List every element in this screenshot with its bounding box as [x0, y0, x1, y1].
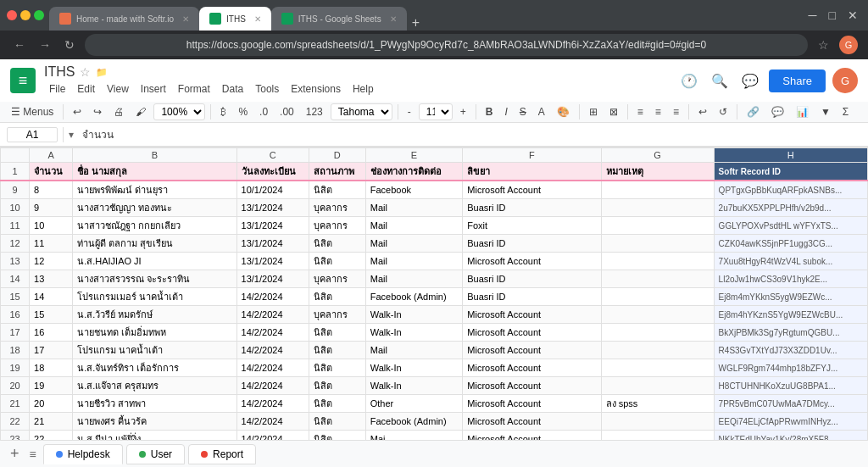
cell-H-14[interactable]: Ll2oJw1hwCS3o9V1hyk2E...	[714, 270, 867, 288]
cell-H-17[interactable]: BkXjPBMk3Sg7yRgtumQGBU...	[714, 324, 867, 342]
cell-E-17[interactable]: Walk-In	[365, 324, 463, 342]
cell-F-10[interactable]: Buasri ID	[463, 199, 601, 217]
bold-btn[interactable]: B	[481, 103, 498, 120]
toolbar-menus[interactable]: ☰ Menus	[7, 103, 58, 120]
menu-insert[interactable]: Insert	[136, 81, 171, 97]
cell-F-19[interactable]: Microsoft Account	[463, 359, 601, 377]
cell-C-23[interactable]: 14/2/2024	[236, 431, 309, 441]
browser-restore[interactable]: □	[826, 7, 839, 24]
share-btn[interactable]: Share	[769, 69, 826, 92]
cell-A-14[interactable]: 13	[30, 270, 73, 288]
refresh-btn[interactable]: ↻	[61, 36, 78, 53]
cell-C-12[interactable]: 13/1/2024	[236, 235, 309, 253]
col-header-F[interactable]: F	[463, 148, 601, 163]
cell-C-21[interactable]: 14/2/2024	[236, 395, 309, 413]
cell-F-22[interactable]: Microsoft Account	[463, 413, 601, 431]
menu-data[interactable]: Data	[217, 81, 248, 97]
cell-H-11[interactable]: GGLYPOXvPsdtHL wYFYxTS...	[714, 217, 867, 235]
cell-C-11[interactable]: 13/1/2024	[236, 217, 309, 235]
cell-H-18[interactable]: R4S3GvTXtYdJ73X3ZDD1Uv...	[714, 342, 867, 359]
cell-F-21[interactable]: Microsoft Account	[463, 395, 601, 413]
font-size-plus[interactable]: +	[456, 103, 470, 120]
browser-tab-iths[interactable]: ITHS ✕	[199, 7, 271, 31]
header-col-E[interactable]: ช่องทางการติดต่อ	[365, 163, 463, 181]
cell-G-14[interactable]	[601, 270, 714, 288]
cell-D-9[interactable]: นิสิต	[309, 181, 365, 199]
profile-avatar[interactable]: G	[839, 36, 858, 54]
cell-B-15[interactable]: โปรแกรมเมอร์ นาคน้ำเต้า	[73, 288, 236, 306]
menu-tools[interactable]: Tools	[250, 81, 284, 97]
cell-A-19[interactable]: 18	[30, 359, 73, 377]
font-family-select[interactable]: Tahoma	[331, 103, 392, 120]
col-header-B[interactable]: B	[73, 148, 236, 163]
cell-F-9[interactable]: Microsoft Account	[463, 181, 601, 199]
cell-B-23[interactable]: น.ส.มีน่า แพ้ยิ่งิ่ง	[73, 431, 236, 441]
text-wrap-btn[interactable]: ↩	[694, 103, 711, 120]
borders-btn[interactable]: ⊞	[585, 103, 602, 120]
cell-B-19[interactable]: น.ส.จันทร์ทิรา เต็อรักการ	[73, 359, 236, 377]
history-btn[interactable]: 🕐	[677, 69, 701, 92]
menu-file[interactable]: File	[44, 81, 70, 97]
menu-edit[interactable]: Edit	[72, 81, 100, 97]
sheet-tab-helpdesk[interactable]: Helpdesk	[43, 444, 123, 464]
cell-G-19[interactable]	[601, 359, 714, 377]
cell-A-9[interactable]: 8	[30, 181, 73, 199]
col-header-C[interactable]: C	[236, 148, 309, 163]
cell-E-14[interactable]: Mail	[365, 270, 463, 288]
user-avatar[interactable]: G	[832, 68, 858, 93]
cell-B-21[interactable]: นายชีรวิว สาทพา	[73, 395, 236, 413]
cell-H-12[interactable]: CZK04awKS5jnPF1ugg3CG...	[714, 235, 867, 253]
cell-G-23[interactable]	[601, 431, 714, 441]
formula-input[interactable]	[79, 127, 861, 142]
cell-G-11[interactable]	[601, 217, 714, 235]
cell-E-16[interactable]: Walk-In	[365, 306, 463, 324]
cell-A-16[interactable]: 15	[30, 306, 73, 324]
currency-btn[interactable]: ₿	[216, 103, 231, 120]
bookmark-btn[interactable]: ☆	[815, 36, 832, 53]
cell-H-20[interactable]: H8CTUHNHKoXzuUG8BPA1...	[714, 377, 867, 395]
cell-D-11[interactable]: บุคลากร	[309, 217, 365, 235]
tab-close-sheets[interactable]: ✕	[390, 14, 397, 24]
paint-format-btn[interactable]: 🖌	[131, 103, 150, 120]
undo-btn[interactable]: ↩	[69, 103, 86, 120]
cell-H-19[interactable]: WGLF9Rgm744mhp18bZFYJ...	[714, 359, 867, 377]
cell-F-12[interactable]: Buasri ID	[463, 235, 601, 253]
tab-close-iths[interactable]: ✕	[254, 14, 261, 24]
cell-B-13[interactable]: น.ส.HAIJIAO JI	[73, 253, 236, 270]
cell-A-22[interactable]: 21	[30, 413, 73, 431]
italic-btn[interactable]: I	[500, 103, 511, 120]
cell-A-13[interactable]: 12	[30, 253, 73, 270]
col-header-H[interactable]: H	[714, 148, 867, 163]
font-size-select[interactable]: 11	[419, 103, 453, 120]
comment-inline-btn[interactable]: 💬	[767, 103, 788, 120]
col-header-A[interactable]: A	[30, 148, 73, 163]
function-btn[interactable]: Σ	[838, 103, 853, 120]
col-header-E[interactable]: E	[365, 148, 463, 163]
browser-close[interactable]: ✕	[844, 7, 861, 24]
cell-F-20[interactable]: Microsoft Account	[463, 377, 601, 395]
cell-E-23[interactable]: Mai	[365, 431, 463, 441]
cell-G-18[interactable]	[601, 342, 714, 359]
cell-G-16[interactable]	[601, 306, 714, 324]
percent-btn[interactable]: %	[234, 103, 252, 120]
window-close-btn[interactable]	[7, 10, 17, 20]
cell-G-20[interactable]	[601, 377, 714, 395]
cell-D-22[interactable]: นิสิต	[309, 413, 365, 431]
cell-E-13[interactable]: Mail	[365, 253, 463, 270]
cell-C-18[interactable]: 14/2/2024	[236, 342, 309, 359]
cell-E-22[interactable]: Facebook (Admin)	[365, 413, 463, 431]
cell-A-20[interactable]: 19	[30, 377, 73, 395]
cell-E-20[interactable]: Walk-In	[365, 377, 463, 395]
comment-btn[interactable]: 💬	[738, 69, 762, 92]
cell-D-18[interactable]: นิสิต	[309, 342, 365, 359]
cell-F-15[interactable]: Buasri ID	[463, 288, 601, 306]
rotate-btn[interactable]: ↺	[715, 103, 732, 120]
cell-E-18[interactable]: Mail	[365, 342, 463, 359]
cell-H-23[interactable]: NKkTEdUhYay1Ky/28mX5F8...	[714, 431, 867, 441]
cell-E-15[interactable]: Facebook (Admin)	[365, 288, 463, 306]
cell-F-18[interactable]: Microsoft Account	[463, 342, 601, 359]
cell-C-15[interactable]: 14/2/2024	[236, 288, 309, 306]
cell-D-14[interactable]: บุคลากร	[309, 270, 365, 288]
link-btn[interactable]: 🔗	[743, 103, 764, 120]
cell-B-10[interactable]: นางสาวชัญญา ทองทนะ	[73, 199, 236, 217]
